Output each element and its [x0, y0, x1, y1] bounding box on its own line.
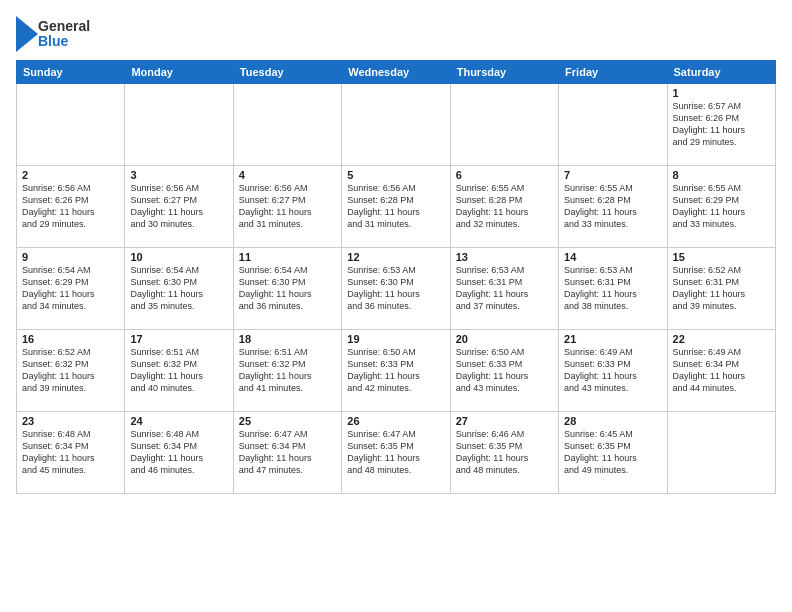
day-number: 24	[130, 415, 227, 427]
day-header-thursday: Thursday	[450, 61, 558, 84]
day-info: Sunrise: 6:50 AM Sunset: 6:33 PM Dayligh…	[347, 346, 444, 395]
day-header-friday: Friday	[559, 61, 667, 84]
day-number: 1	[673, 87, 770, 99]
calendar-week-2: 2Sunrise: 6:56 AM Sunset: 6:26 PM Daylig…	[17, 166, 776, 248]
day-info: Sunrise: 6:50 AM Sunset: 6:33 PM Dayligh…	[456, 346, 553, 395]
day-number: 20	[456, 333, 553, 345]
day-info: Sunrise: 6:54 AM Sunset: 6:29 PM Dayligh…	[22, 264, 119, 313]
day-info: Sunrise: 6:55 AM Sunset: 6:29 PM Dayligh…	[673, 182, 770, 231]
calendar-cell: 1Sunrise: 6:57 AM Sunset: 6:26 PM Daylig…	[667, 84, 775, 166]
day-number: 9	[22, 251, 119, 263]
calendar-cell	[17, 84, 125, 166]
day-number: 2	[22, 169, 119, 181]
day-info: Sunrise: 6:54 AM Sunset: 6:30 PM Dayligh…	[130, 264, 227, 313]
day-number: 22	[673, 333, 770, 345]
day-number: 4	[239, 169, 336, 181]
day-info: Sunrise: 6:47 AM Sunset: 6:34 PM Dayligh…	[239, 428, 336, 477]
calendar-cell: 14Sunrise: 6:53 AM Sunset: 6:31 PM Dayli…	[559, 248, 667, 330]
day-info: Sunrise: 6:48 AM Sunset: 6:34 PM Dayligh…	[22, 428, 119, 477]
day-number: 6	[456, 169, 553, 181]
day-header-wednesday: Wednesday	[342, 61, 450, 84]
calendar-cell: 4Sunrise: 6:56 AM Sunset: 6:27 PM Daylig…	[233, 166, 341, 248]
day-info: Sunrise: 6:55 AM Sunset: 6:28 PM Dayligh…	[564, 182, 661, 231]
calendar-cell	[233, 84, 341, 166]
calendar-cell	[125, 84, 233, 166]
day-number: 5	[347, 169, 444, 181]
calendar-cell: 11Sunrise: 6:54 AM Sunset: 6:30 PM Dayli…	[233, 248, 341, 330]
day-number: 16	[22, 333, 119, 345]
calendar-cell: 28Sunrise: 6:45 AM Sunset: 6:35 PM Dayli…	[559, 412, 667, 494]
day-info: Sunrise: 6:53 AM Sunset: 6:31 PM Dayligh…	[564, 264, 661, 313]
calendar-cell: 6Sunrise: 6:55 AM Sunset: 6:28 PM Daylig…	[450, 166, 558, 248]
day-header-tuesday: Tuesday	[233, 61, 341, 84]
logo: GeneralBlue	[16, 16, 90, 52]
calendar-cell: 20Sunrise: 6:50 AM Sunset: 6:33 PM Dayli…	[450, 330, 558, 412]
day-number: 13	[456, 251, 553, 263]
day-info: Sunrise: 6:55 AM Sunset: 6:28 PM Dayligh…	[456, 182, 553, 231]
calendar-cell: 25Sunrise: 6:47 AM Sunset: 6:34 PM Dayli…	[233, 412, 341, 494]
day-header-sunday: Sunday	[17, 61, 125, 84]
day-number: 21	[564, 333, 661, 345]
day-number: 10	[130, 251, 227, 263]
day-number: 17	[130, 333, 227, 345]
day-info: Sunrise: 6:52 AM Sunset: 6:32 PM Dayligh…	[22, 346, 119, 395]
day-info: Sunrise: 6:49 AM Sunset: 6:34 PM Dayligh…	[673, 346, 770, 395]
calendar-cell: 17Sunrise: 6:51 AM Sunset: 6:32 PM Dayli…	[125, 330, 233, 412]
calendar-cell	[342, 84, 450, 166]
calendar-cell: 27Sunrise: 6:46 AM Sunset: 6:35 PM Dayli…	[450, 412, 558, 494]
calendar-cell: 22Sunrise: 6:49 AM Sunset: 6:34 PM Dayli…	[667, 330, 775, 412]
calendar-cell: 7Sunrise: 6:55 AM Sunset: 6:28 PM Daylig…	[559, 166, 667, 248]
calendar-cell: 16Sunrise: 6:52 AM Sunset: 6:32 PM Dayli…	[17, 330, 125, 412]
calendar-cell: 24Sunrise: 6:48 AM Sunset: 6:34 PM Dayli…	[125, 412, 233, 494]
day-info: Sunrise: 6:49 AM Sunset: 6:33 PM Dayligh…	[564, 346, 661, 395]
day-number: 12	[347, 251, 444, 263]
calendar-week-3: 9Sunrise: 6:54 AM Sunset: 6:29 PM Daylig…	[17, 248, 776, 330]
calendar-header-row: SundayMondayTuesdayWednesdayThursdayFrid…	[17, 61, 776, 84]
calendar-cell	[450, 84, 558, 166]
day-number: 8	[673, 169, 770, 181]
calendar-cell: 19Sunrise: 6:50 AM Sunset: 6:33 PM Dayli…	[342, 330, 450, 412]
day-info: Sunrise: 6:47 AM Sunset: 6:35 PM Dayligh…	[347, 428, 444, 477]
calendar-table: SundayMondayTuesdayWednesdayThursdayFrid…	[16, 60, 776, 494]
day-info: Sunrise: 6:53 AM Sunset: 6:31 PM Dayligh…	[456, 264, 553, 313]
day-number: 26	[347, 415, 444, 427]
day-info: Sunrise: 6:53 AM Sunset: 6:30 PM Dayligh…	[347, 264, 444, 313]
page-header: GeneralBlue	[16, 16, 776, 52]
day-info: Sunrise: 6:57 AM Sunset: 6:26 PM Dayligh…	[673, 100, 770, 149]
day-number: 14	[564, 251, 661, 263]
calendar-cell: 10Sunrise: 6:54 AM Sunset: 6:30 PM Dayli…	[125, 248, 233, 330]
day-number: 18	[239, 333, 336, 345]
day-info: Sunrise: 6:56 AM Sunset: 6:28 PM Dayligh…	[347, 182, 444, 231]
day-number: 27	[456, 415, 553, 427]
calendar-cell: 9Sunrise: 6:54 AM Sunset: 6:29 PM Daylig…	[17, 248, 125, 330]
day-info: Sunrise: 6:45 AM Sunset: 6:35 PM Dayligh…	[564, 428, 661, 477]
day-info: Sunrise: 6:51 AM Sunset: 6:32 PM Dayligh…	[239, 346, 336, 395]
calendar-cell: 15Sunrise: 6:52 AM Sunset: 6:31 PM Dayli…	[667, 248, 775, 330]
calendar-cell: 8Sunrise: 6:55 AM Sunset: 6:29 PM Daylig…	[667, 166, 775, 248]
day-number: 25	[239, 415, 336, 427]
day-info: Sunrise: 6:56 AM Sunset: 6:26 PM Dayligh…	[22, 182, 119, 231]
day-number: 19	[347, 333, 444, 345]
calendar-cell: 3Sunrise: 6:56 AM Sunset: 6:27 PM Daylig…	[125, 166, 233, 248]
calendar-cell: 18Sunrise: 6:51 AM Sunset: 6:32 PM Dayli…	[233, 330, 341, 412]
calendar-week-4: 16Sunrise: 6:52 AM Sunset: 6:32 PM Dayli…	[17, 330, 776, 412]
calendar-cell	[559, 84, 667, 166]
day-info: Sunrise: 6:54 AM Sunset: 6:30 PM Dayligh…	[239, 264, 336, 313]
day-info: Sunrise: 6:51 AM Sunset: 6:32 PM Dayligh…	[130, 346, 227, 395]
calendar-cell: 5Sunrise: 6:56 AM Sunset: 6:28 PM Daylig…	[342, 166, 450, 248]
day-header-monday: Monday	[125, 61, 233, 84]
calendar-cell: 2Sunrise: 6:56 AM Sunset: 6:26 PM Daylig…	[17, 166, 125, 248]
calendar-cell: 26Sunrise: 6:47 AM Sunset: 6:35 PM Dayli…	[342, 412, 450, 494]
calendar-cell: 13Sunrise: 6:53 AM Sunset: 6:31 PM Dayli…	[450, 248, 558, 330]
day-info: Sunrise: 6:56 AM Sunset: 6:27 PM Dayligh…	[239, 182, 336, 231]
day-number: 7	[564, 169, 661, 181]
day-info: Sunrise: 6:52 AM Sunset: 6:31 PM Dayligh…	[673, 264, 770, 313]
calendar-cell	[667, 412, 775, 494]
day-number: 3	[130, 169, 227, 181]
day-number: 28	[564, 415, 661, 427]
svg-marker-0	[16, 16, 38, 52]
calendar-week-1: 1Sunrise: 6:57 AM Sunset: 6:26 PM Daylig…	[17, 84, 776, 166]
calendar-cell: 12Sunrise: 6:53 AM Sunset: 6:30 PM Dayli…	[342, 248, 450, 330]
day-info: Sunrise: 6:46 AM Sunset: 6:35 PM Dayligh…	[456, 428, 553, 477]
day-info: Sunrise: 6:48 AM Sunset: 6:34 PM Dayligh…	[130, 428, 227, 477]
